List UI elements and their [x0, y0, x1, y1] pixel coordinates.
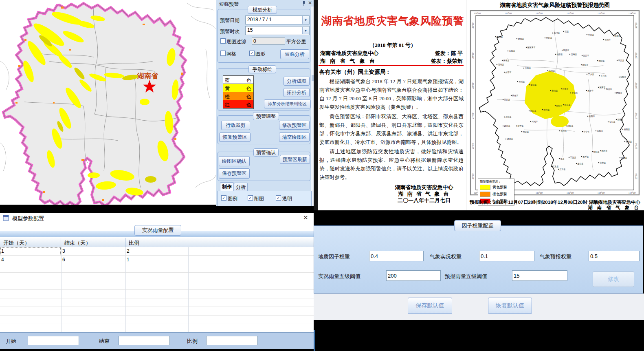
palette-row-orange[interactable]: 橙 色: [223, 92, 253, 100]
forecast-weight-input[interactable]: [589, 251, 640, 261]
svg-text:29°00′: 29°00′: [635, 52, 637, 58]
column-header-start[interactable]: 开始（天）: [0, 238, 61, 247]
svg-text:芷江县: 芷江县: [504, 98, 510, 101]
svg-text:桑植县: 桑植县: [518, 38, 524, 40]
tab-make[interactable]: 制作: [220, 182, 234, 191]
warning-date-combobox[interactable]: 2018 / 7 / 1 ▼: [245, 15, 310, 24]
column-header-ratio[interactable]: 比例: [125, 238, 188, 247]
issue-number: （2018 年第 01 号）: [319, 42, 466, 49]
ratio-input[interactable]: [206, 336, 258, 345]
save-warning-area-button[interactable]: 保存预警区: [219, 168, 250, 179]
basemap-filter-checkbox[interactable]: [220, 38, 226, 44]
svg-text:30°00′: 30°00′: [472, 22, 474, 28]
tab-analyze[interactable]: 分析: [234, 183, 248, 191]
canvas-confirm-button[interactable]: 绘图区确认: [219, 156, 250, 166]
table-body[interactable]: 1 3 2 4 6 1: [0, 247, 314, 332]
signer-line-1: 签发：陈 平: [411, 50, 463, 57]
trend-map-svg: 109°00′110°00′111°00′112°00′113°00′114°0…: [469, 9, 640, 197]
short-term-analysis-button[interactable]: 短临分析: [280, 49, 309, 59]
svg-text:邵东县: 邵东县: [564, 104, 570, 106]
palette-row-yellow[interactable]: 黄 色: [223, 84, 253, 92]
live-weather-weight-input[interactable]: [479, 251, 534, 261]
trend-map-title: 湖南省地质灾害气象风险短临预警预报趋势图: [469, 2, 640, 9]
warning-adjust-group-label: 预警调整: [253, 112, 279, 120]
add-result-to-canvas-button[interactable]: 添加分析结果到绘区: [264, 99, 311, 108]
weights-group-label: 因子权重配置: [454, 220, 501, 231]
chevron-down-icon[interactable]: ▼: [302, 16, 309, 24]
panel-close-icon[interactable]: ✕: [308, 0, 312, 6]
save-defaults-button[interactable]: 保存默认值: [408, 298, 452, 314]
svg-text:安仁县: 安仁县: [609, 121, 615, 123]
svg-text:益阳市: 益阳市: [582, 64, 588, 66]
modify-warning-area-button[interactable]: 修改预警区: [279, 121, 310, 130]
province-label: 湖南省: [137, 72, 158, 80]
tab-make-panel: 图例 附图 透明: [218, 191, 312, 206]
svg-text:新化县: 新化县: [552, 89, 558, 92]
restore-defaults-button[interactable]: 恢复默认值: [488, 298, 532, 314]
legend-checkbox[interactable]: [221, 195, 226, 201]
table-row[interactable]: 1 3 2: [0, 247, 314, 256]
table-row[interactable]: 4 6 1: [0, 256, 314, 264]
paragraph-2: 黄色预警区域：邵阳市双清区、大祥区、北塔区、邵东县西部、新邵县、邵阳县、隆回县、…: [319, 113, 464, 147]
legend-option-label: 图例: [228, 195, 237, 202]
svg-text:靖州县: 靖州县: [504, 125, 510, 127]
grid-label: 网格: [226, 51, 236, 57]
topology-analysis-button[interactable]: 拓扑分析: [284, 88, 310, 97]
filter-value-input[interactable]: [252, 37, 285, 45]
geo-weight-input[interactable]: [369, 251, 424, 261]
svg-text:龙山县: 龙山县: [497, 35, 503, 38]
red-rule: [319, 65, 464, 66]
forecast-rain-threshold-input[interactable]: [512, 270, 567, 281]
warning-area-refresh-button[interactable]: 预警区刷新: [280, 155, 310, 164]
column-header-end[interactable]: 结束（天）: [61, 238, 125, 247]
restore-warning-area-button[interactable]: 恢复预警区: [219, 132, 251, 142]
graphic-checkbox[interactable]: [249, 51, 255, 56]
modify-button[interactable]: 修改: [593, 272, 634, 287]
live-rain-threshold-input[interactable]: [386, 270, 441, 281]
pin-icon[interactable]: [302, 0, 306, 8]
svg-text:武冈市: 武冈市: [532, 120, 538, 123]
province-risk-map[interactable]: 湖南省: [0, 0, 216, 205]
dialog-titlebar[interactable]: 模型参数配置 ✕: [0, 213, 314, 223]
svg-text:浏阳市: 浏阳市: [620, 76, 626, 79]
end-input[interactable]: [119, 336, 170, 345]
svg-text:桂阳县: 桂阳县: [593, 150, 599, 153]
recipient-line: 各有关市（州）国土资源局：: [319, 68, 391, 76]
svg-text:27°00′: 27°00′: [472, 112, 474, 119]
analysis-to-map-button[interactable]: 分析成图: [284, 77, 310, 86]
ratio-label: 比例: [187, 338, 198, 345]
legend-row-yellow: 黄色预警: [480, 185, 514, 190]
page-edge-divider: [466, 0, 466, 210]
svg-text:娄底市: 娄底市: [571, 92, 578, 94]
admin-clip-button[interactable]: 行政裁剪: [221, 121, 250, 130]
svg-text:会同县: 会同县: [505, 116, 511, 118]
transparent-checkbox[interactable]: [276, 195, 281, 201]
svg-text:邵阳市: 邵阳市: [556, 104, 562, 107]
dialog-title: 模型参数配置: [12, 215, 44, 222]
start-input[interactable]: [28, 336, 79, 345]
svg-text:澧县: 澧县: [565, 30, 569, 33]
filter-unit-label: 平方公里: [286, 38, 306, 45]
svg-text:石门县: 石门县: [554, 32, 560, 35]
chevron-down-icon[interactable]: ▼: [302, 27, 309, 34]
clear-canvas-button[interactable]: 清空绘图区: [279, 132, 310, 142]
svg-text:桃源县: 桃源县: [556, 53, 563, 56]
dialog-close-icon[interactable]: ✕: [303, 214, 308, 221]
color-palette-list[interactable]: 蓝 色 黄 色 橙 色 红 色: [223, 75, 254, 109]
svg-text:临湘市: 临湘市: [614, 35, 620, 38]
warning-time-combobox[interactable]: 15 ▼: [245, 26, 310, 35]
table-header-row: 开始（天） 结束（天） 比例: [0, 238, 314, 247]
grid-checkbox[interactable]: [220, 51, 226, 56]
warning-date-label: 预警日期: [220, 17, 240, 24]
svg-text:25°00′: 25°00′: [635, 172, 637, 179]
svg-text:道县: 道县: [560, 157, 564, 160]
document-title: 湖南省地质灾害气象风险预警: [319, 14, 466, 28]
svg-text:汝城县: 汝城县: [621, 157, 627, 159]
svg-text:永顺县: 永顺县: [509, 50, 515, 52]
palette-row-red[interactable]: 红 色: [223, 100, 253, 108]
attach-map-checkbox[interactable]: [248, 195, 253, 201]
svg-text:嘉禾县: 嘉禾县: [582, 155, 589, 158]
graphic-label: 图形: [255, 51, 265, 57]
palette-row-blue[interactable]: 蓝 色: [223, 76, 253, 84]
svg-text:27°00′: 27°00′: [635, 112, 637, 119]
